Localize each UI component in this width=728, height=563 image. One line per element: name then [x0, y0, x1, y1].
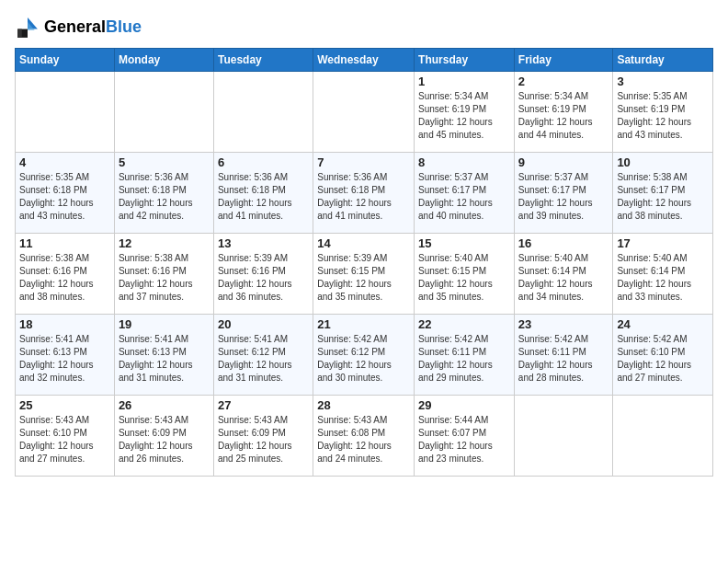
day-number: 4 [19, 155, 110, 169]
calendar: SundayMondayTuesdayWednesdayThursdayFrid… [15, 48, 713, 477]
calendar-cell: 27Sunrise: 5:43 AM Sunset: 6:09 PM Dayli… [213, 396, 313, 477]
calendar-cell: 16Sunrise: 5:40 AM Sunset: 6:14 PM Dayli… [514, 234, 613, 315]
logo: GeneralBlue [15, 15, 142, 40]
calendar-cell: 9Sunrise: 5:37 AM Sunset: 6:17 PM Daylig… [514, 153, 613, 234]
day-number: 17 [617, 236, 709, 250]
day-info: Sunrise: 5:38 AM Sunset: 6:16 PM Dayligh… [19, 252, 110, 304]
day-number: 3 [617, 75, 709, 88]
col-header-tuesday: Tuesday [213, 49, 313, 72]
day-info: Sunrise: 5:37 AM Sunset: 6:17 PM Dayligh… [518, 171, 609, 223]
day-number: 25 [19, 398, 110, 412]
day-number: 10 [617, 155, 709, 169]
day-number: 27 [218, 398, 309, 412]
col-header-monday: Monday [114, 49, 213, 72]
day-number: 20 [218, 317, 309, 331]
day-number: 7 [317, 155, 410, 169]
calendar-cell [613, 396, 713, 477]
day-number: 28 [317, 398, 410, 412]
day-info: Sunrise: 5:35 AM Sunset: 6:19 PM Dayligh… [617, 90, 709, 142]
day-info: Sunrise: 5:39 AM Sunset: 6:15 PM Dayligh… [317, 252, 410, 304]
day-info: Sunrise: 5:43 AM Sunset: 6:08 PM Dayligh… [317, 414, 410, 465]
day-info: Sunrise: 5:36 AM Sunset: 6:18 PM Dayligh… [119, 171, 210, 223]
day-info: Sunrise: 5:42 AM Sunset: 6:11 PM Dayligh… [418, 333, 510, 385]
calendar-cell: 1Sunrise: 5:34 AM Sunset: 6:19 PM Daylig… [415, 72, 515, 153]
calendar-week-1: 1Sunrise: 5:34 AM Sunset: 6:19 PM Daylig… [16, 72, 713, 153]
day-number: 16 [518, 236, 609, 250]
calendar-cell: 23Sunrise: 5:42 AM Sunset: 6:11 PM Dayli… [514, 315, 613, 396]
calendar-cell: 26Sunrise: 5:43 AM Sunset: 6:09 PM Dayli… [114, 396, 213, 477]
calendar-cell: 11Sunrise: 5:38 AM Sunset: 6:16 PM Dayli… [16, 234, 115, 315]
calendar-cell: 10Sunrise: 5:38 AM Sunset: 6:17 PM Dayli… [613, 153, 713, 234]
day-number: 8 [418, 155, 510, 169]
calendar-cell: 25Sunrise: 5:43 AM Sunset: 6:10 PM Dayli… [16, 396, 115, 477]
day-number: 2 [518, 75, 609, 88]
calendar-cell: 19Sunrise: 5:41 AM Sunset: 6:13 PM Dayli… [114, 315, 213, 396]
day-info: Sunrise: 5:42 AM Sunset: 6:10 PM Dayligh… [617, 333, 709, 385]
col-header-sunday: Sunday [16, 49, 115, 72]
col-header-wednesday: Wednesday [313, 49, 415, 72]
day-info: Sunrise: 5:41 AM Sunset: 6:13 PM Dayligh… [19, 333, 110, 385]
day-info: Sunrise: 5:38 AM Sunset: 6:17 PM Dayligh… [617, 171, 709, 223]
calendar-cell: 4Sunrise: 5:35 AM Sunset: 6:18 PM Daylig… [16, 153, 115, 234]
calendar-cell: 18Sunrise: 5:41 AM Sunset: 6:13 PM Dayli… [16, 315, 115, 396]
logo-text-blue: Blue [106, 17, 142, 36]
day-info: Sunrise: 5:35 AM Sunset: 6:18 PM Dayligh… [19, 171, 110, 223]
day-info: Sunrise: 5:36 AM Sunset: 6:18 PM Dayligh… [218, 171, 309, 223]
page: GeneralBlue SundayMondayTuesdayWednesday… [0, 0, 728, 563]
day-number: 24 [617, 317, 709, 331]
day-info: Sunrise: 5:42 AM Sunset: 6:11 PM Dayligh… [518, 333, 609, 385]
day-number: 19 [119, 317, 210, 331]
day-number: 26 [119, 398, 210, 412]
day-info: Sunrise: 5:38 AM Sunset: 6:16 PM Dayligh… [119, 252, 210, 304]
calendar-cell: 15Sunrise: 5:40 AM Sunset: 6:15 PM Dayli… [415, 234, 515, 315]
day-info: Sunrise: 5:43 AM Sunset: 6:09 PM Dayligh… [119, 414, 210, 465]
calendar-cell [514, 396, 613, 477]
day-info: Sunrise: 5:43 AM Sunset: 6:09 PM Dayligh… [218, 414, 309, 465]
day-number: 14 [317, 236, 410, 250]
calendar-cell: 22Sunrise: 5:42 AM Sunset: 6:11 PM Dayli… [415, 315, 515, 396]
day-number: 6 [218, 155, 309, 169]
calendar-week-5: 25Sunrise: 5:43 AM Sunset: 6:10 PM Dayli… [16, 396, 713, 477]
calendar-cell: 7Sunrise: 5:36 AM Sunset: 6:18 PM Daylig… [313, 153, 415, 234]
calendar-cell: 8Sunrise: 5:37 AM Sunset: 6:17 PM Daylig… [415, 153, 515, 234]
col-header-thursday: Thursday [415, 49, 515, 72]
day-number: 1 [418, 75, 510, 88]
day-number: 21 [317, 317, 410, 331]
calendar-cell: 13Sunrise: 5:39 AM Sunset: 6:16 PM Dayli… [213, 234, 313, 315]
calendar-cell [213, 72, 313, 153]
calendar-cell: 17Sunrise: 5:40 AM Sunset: 6:14 PM Dayli… [613, 234, 713, 315]
day-number: 18 [19, 317, 110, 331]
day-info: Sunrise: 5:37 AM Sunset: 6:17 PM Dayligh… [418, 171, 510, 223]
calendar-cell [313, 72, 415, 153]
calendar-cell: 14Sunrise: 5:39 AM Sunset: 6:15 PM Dayli… [313, 234, 415, 315]
calendar-cell: 24Sunrise: 5:42 AM Sunset: 6:10 PM Dayli… [613, 315, 713, 396]
day-number: 15 [418, 236, 510, 250]
day-info: Sunrise: 5:41 AM Sunset: 6:12 PM Dayligh… [218, 333, 309, 385]
day-info: Sunrise: 5:42 AM Sunset: 6:12 PM Dayligh… [317, 333, 410, 385]
day-info: Sunrise: 5:40 AM Sunset: 6:15 PM Dayligh… [418, 252, 510, 304]
calendar-cell: 20Sunrise: 5:41 AM Sunset: 6:12 PM Dayli… [213, 315, 313, 396]
day-number: 5 [119, 155, 210, 169]
calendar-cell: 5Sunrise: 5:36 AM Sunset: 6:18 PM Daylig… [114, 153, 213, 234]
day-number: 22 [418, 317, 510, 331]
day-number: 23 [518, 317, 609, 331]
day-info: Sunrise: 5:34 AM Sunset: 6:19 PM Dayligh… [418, 90, 510, 142]
day-info: Sunrise: 5:34 AM Sunset: 6:19 PM Dayligh… [518, 90, 609, 142]
day-info: Sunrise: 5:36 AM Sunset: 6:18 PM Dayligh… [317, 171, 410, 223]
calendar-week-4: 18Sunrise: 5:41 AM Sunset: 6:13 PM Dayli… [16, 315, 713, 396]
logo-text: GeneralBlue [44, 18, 142, 37]
calendar-cell: 12Sunrise: 5:38 AM Sunset: 6:16 PM Dayli… [114, 234, 213, 315]
col-header-friday: Friday [514, 49, 613, 72]
calendar-cell [114, 72, 213, 153]
day-number: 11 [19, 236, 110, 250]
day-info: Sunrise: 5:40 AM Sunset: 6:14 PM Dayligh… [617, 252, 709, 304]
calendar-cell: 29Sunrise: 5:44 AM Sunset: 6:07 PM Dayli… [415, 396, 515, 477]
day-number: 9 [518, 155, 609, 169]
day-info: Sunrise: 5:39 AM Sunset: 6:16 PM Dayligh… [218, 252, 309, 304]
logo-icon [15, 15, 40, 40]
day-info: Sunrise: 5:41 AM Sunset: 6:13 PM Dayligh… [119, 333, 210, 385]
calendar-cell [16, 72, 115, 153]
day-number: 12 [119, 236, 210, 250]
day-info: Sunrise: 5:44 AM Sunset: 6:07 PM Dayligh… [418, 414, 510, 465]
calendar-week-2: 4Sunrise: 5:35 AM Sunset: 6:18 PM Daylig… [16, 153, 713, 234]
